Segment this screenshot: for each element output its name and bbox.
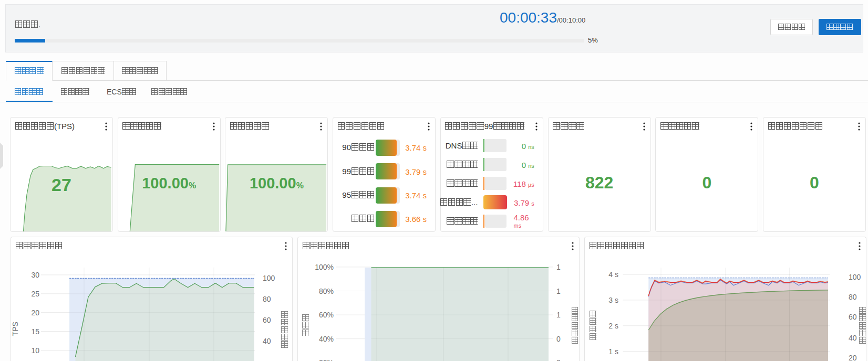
svg-text:60%: 60%: [319, 311, 334, 319]
svg-text:0: 0: [556, 335, 561, 343]
svg-text:1: 1: [556, 311, 561, 319]
svg-text:20: 20: [849, 354, 857, 361]
svg-text:80: 80: [849, 293, 857, 301]
svg-text:80: 80: [263, 295, 271, 303]
svg-text:100: 100: [263, 274, 275, 282]
svg-text:3 s: 3 s: [608, 296, 618, 304]
svg-text:15: 15: [31, 327, 39, 336]
svg-text:0: 0: [556, 358, 561, 361]
svg-text:60: 60: [263, 316, 271, 324]
svg-text:25: 25: [31, 290, 39, 298]
svg-text:40: 40: [849, 334, 857, 342]
svg-text:100%: 100%: [315, 263, 334, 271]
svg-text:60: 60: [849, 313, 857, 321]
svg-text:2 s: 2 s: [608, 322, 618, 330]
svg-text:80%: 80%: [319, 287, 334, 295]
svg-text:40: 40: [263, 337, 271, 345]
svg-text:100: 100: [849, 273, 861, 281]
svg-text:1: 1: [556, 287, 561, 295]
svg-text:20: 20: [31, 309, 39, 317]
svg-text:4 s: 4 s: [608, 270, 618, 279]
svg-text:1 s: 1 s: [608, 347, 618, 356]
svg-text:30: 30: [31, 271, 39, 279]
svg-text:TPS: TPS: [11, 322, 19, 336]
svg-text:10: 10: [31, 346, 39, 355]
svg-text:1: 1: [556, 263, 561, 271]
svg-text:20%: 20%: [319, 358, 334, 361]
svg-text:40%: 40%: [319, 335, 334, 343]
